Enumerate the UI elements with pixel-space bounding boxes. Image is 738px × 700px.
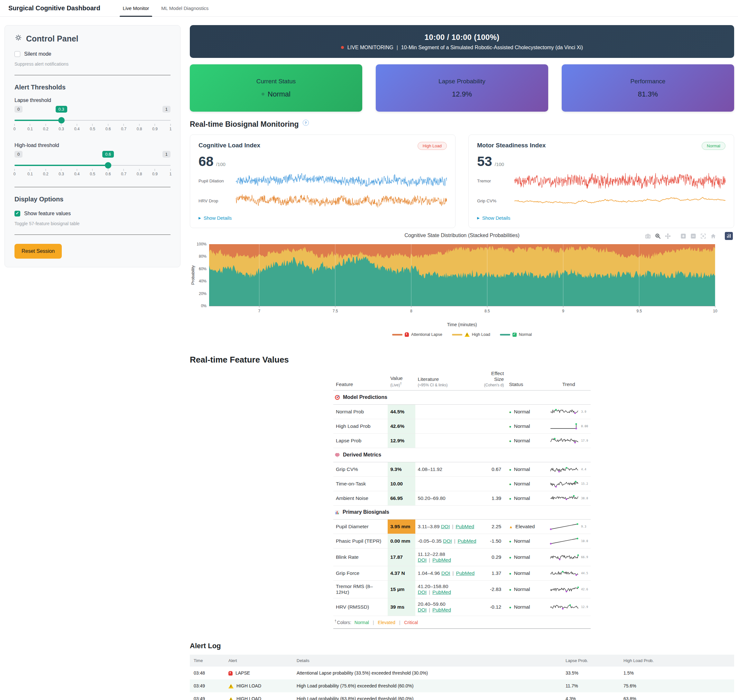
doi-link[interactable]: DOI bbox=[443, 538, 452, 544]
tab-ml-model-diagnostics[interactable]: ML Model Diagnostics bbox=[161, 0, 209, 17]
doi-link[interactable]: DOI bbox=[441, 571, 450, 576]
feature-row: Normal Prob 44.5% ●Normal 3.9 bbox=[333, 405, 591, 419]
brain-icon bbox=[335, 452, 340, 459]
feature-literature: 20.40–59.60 DOI|PubMed bbox=[415, 599, 481, 616]
pubmed-link[interactable]: PubMed bbox=[456, 571, 475, 576]
card-title: Lapse Probability bbox=[438, 78, 485, 85]
silent-mode-checkbox[interactable] bbox=[15, 51, 20, 57]
card-value: 12.9% bbox=[452, 90, 472, 99]
feature-literature: 11.12–22.88 DOI|PubMed bbox=[415, 549, 481, 566]
zoom-icon[interactable] bbox=[654, 232, 662, 240]
alert-row: 03:49 HIGH LOAD High Load probability (6… bbox=[190, 692, 734, 700]
legend-normal[interactable]: Normal bbox=[500, 332, 532, 337]
pubmed-link[interactable]: PubMed bbox=[432, 607, 451, 613]
alert-row: 03:48 LAPSE Attentional Lapse probabilit… bbox=[190, 666, 734, 679]
feature-status: ●Normal bbox=[506, 534, 547, 549]
table-footnote: †Colors: Normal | Elevated | Critical bbox=[333, 616, 591, 629]
doi-link[interactable]: DOI bbox=[418, 557, 427, 563]
svg-text:9: 9 bbox=[562, 309, 564, 313]
show-feature-values-hint: Toggle 57-feature biosignal table bbox=[15, 221, 171, 226]
alert-time: 03:48 bbox=[190, 666, 225, 679]
svg-text:7.5: 7.5 bbox=[333, 309, 338, 313]
doi-link[interactable]: DOI bbox=[418, 589, 427, 595]
app-title: Surgical Cognitive Dashboard bbox=[8, 4, 100, 12]
biosignal-cards-row: Cognitive Load Index High Load 68 /100 P… bbox=[190, 134, 734, 228]
feature-value: 42.6% bbox=[388, 419, 415, 434]
stacked-area-plot[interactable]: Probability0%20%40%60%80%100%77.588.599.… bbox=[190, 242, 734, 317]
reset-session-button[interactable]: Reset Session bbox=[15, 244, 62, 259]
pubmed-link[interactable]: PubMed bbox=[432, 589, 451, 595]
feature-effect-size bbox=[481, 477, 506, 491]
doi-link[interactable]: DOI bbox=[441, 524, 450, 529]
feature-name: Time-on-Task bbox=[333, 477, 388, 491]
home-icon[interactable] bbox=[709, 232, 717, 240]
feature-status: ●Normal bbox=[506, 581, 547, 599]
legend-high-load[interactable]: High Load bbox=[452, 332, 490, 337]
triangle-right-icon: ▶ bbox=[198, 216, 201, 220]
status-dot-icon bbox=[262, 93, 265, 96]
feature-name: Phasic Pupil (TEPR) bbox=[333, 534, 388, 549]
control-panel: Control Panel Silent mode Suppress alert… bbox=[4, 25, 181, 267]
alert-lapse-prob: 33.5% bbox=[562, 666, 620, 679]
help-icon[interactable]: ? bbox=[303, 120, 309, 126]
hrv-drop-sparkline bbox=[236, 193, 447, 209]
legend-attentional-lapse[interactable]: Attentional Lapse bbox=[392, 332, 443, 337]
feature-values-heading: Real-time Feature Values bbox=[190, 355, 734, 365]
current-status-card: Current Status Normal bbox=[190, 64, 362, 112]
card-value: 81.3% bbox=[638, 90, 658, 99]
doi-link[interactable]: DOI bbox=[418, 607, 427, 613]
feature-literature bbox=[415, 405, 481, 419]
feature-status: ●Normal bbox=[506, 462, 547, 477]
svg-text:10: 10 bbox=[713, 309, 717, 313]
card-value: Normal bbox=[262, 90, 291, 99]
feature-value: 9.3% bbox=[388, 462, 415, 477]
score-value: 53 bbox=[477, 154, 492, 169]
camera-icon[interactable] bbox=[644, 232, 652, 240]
tremor-sparkline bbox=[515, 172, 725, 189]
alert-details: High Load probability (75.6%) exceeded t… bbox=[293, 679, 562, 692]
alert-lapse-prob: 11.7% bbox=[562, 679, 620, 692]
feature-row: Pupil Diameter 3.95 mm 3.11–3.89 DOI|Pub… bbox=[333, 519, 591, 534]
feature-status: ●Normal bbox=[506, 477, 547, 491]
lapse-probability-card: Lapse Probability 12.9% bbox=[376, 64, 548, 112]
show-details-toggle[interactable]: ▶ Show Details bbox=[477, 215, 725, 221]
feature-status: ●Normal bbox=[506, 491, 547, 506]
pan-icon[interactable] bbox=[664, 232, 672, 240]
highload-threshold-slider[interactable]: 00.6100.10.20.30.40.50.60.70.80.91 bbox=[15, 151, 171, 178]
alert-log-header: Time Alert Details Lapse Prob. High Load… bbox=[190, 654, 734, 666]
cognitive-state-chart: Cognitive State Distribution (Stacked Pr… bbox=[190, 232, 734, 337]
feature-trend: 10.0 bbox=[547, 534, 591, 549]
show-details-toggle[interactable]: ▶ Show Details bbox=[198, 215, 447, 221]
lapse-threshold-slider[interactable]: 00.3100.10.20.30.40.50.60.70.80.91 bbox=[15, 106, 171, 134]
plotly-logo-icon[interactable] bbox=[725, 232, 733, 240]
autoscale-icon[interactable] bbox=[700, 232, 707, 240]
feature-literature: 50.20–69.80 bbox=[415, 491, 481, 506]
show-feature-values-checkbox[interactable] bbox=[15, 211, 20, 216]
pubmed-link[interactable]: PubMed bbox=[458, 538, 476, 544]
svg-text:60%: 60% bbox=[199, 267, 207, 271]
feature-trend: 15.2 bbox=[547, 477, 591, 491]
alert-time: 03:49 bbox=[190, 679, 225, 692]
tab-live-monitor[interactable]: Live Monitor bbox=[123, 0, 149, 17]
zoom-out-icon[interactable] bbox=[689, 232, 697, 240]
feature-row: Phasic Pupil (TEPR) 0.00 mm -0.05–0.35 D… bbox=[333, 534, 591, 549]
svg-text:8: 8 bbox=[410, 309, 412, 313]
gear-icon bbox=[15, 34, 22, 43]
feature-effect-size: -2.83 bbox=[481, 581, 506, 599]
zoom-in-icon[interactable] bbox=[679, 232, 687, 240]
feature-value: 39 ms bbox=[388, 599, 415, 616]
alert-highload-prob: 75.6% bbox=[620, 679, 734, 692]
feature-name: High Load Prob bbox=[333, 419, 388, 434]
feature-row: HRV (RMSSD) 39 ms 20.40–59.60 DOI|PubMed… bbox=[333, 599, 591, 616]
feature-effect-size: 0.67 bbox=[481, 462, 506, 477]
feature-row: Time-on-Task 10.00 ●Normal 15.2 bbox=[333, 477, 591, 491]
slider-handle[interactable] bbox=[105, 162, 111, 169]
pubmed-link[interactable]: PubMed bbox=[456, 524, 474, 529]
slider-handle[interactable] bbox=[58, 117, 65, 124]
pubmed-link[interactable]: PubMed bbox=[432, 557, 451, 563]
feature-table: Feature Value (Live)† Literature (≈95% C… bbox=[333, 369, 591, 629]
lapse-threshold-label: Lapse threshold bbox=[15, 97, 171, 103]
session-description: 10-Min Segment of a Simulated Robotic-As… bbox=[401, 45, 583, 50]
feature-effect-size: 1.39 bbox=[481, 491, 506, 506]
feature-trend: 17.9 bbox=[547, 434, 591, 448]
